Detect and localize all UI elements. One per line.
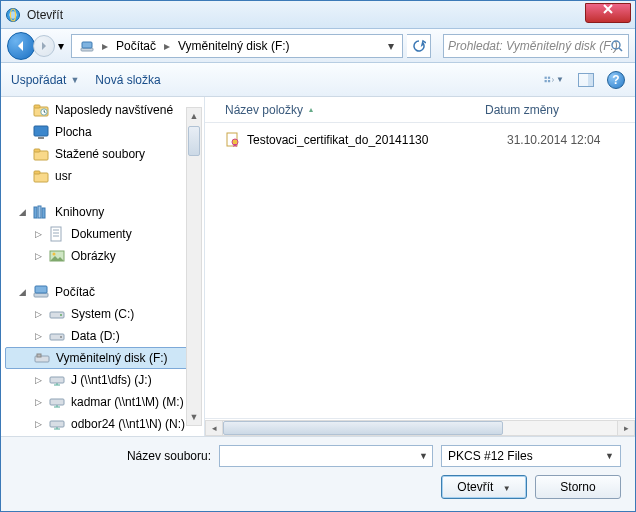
chevron-down-icon: ▼ — [556, 75, 564, 84]
file-row[interactable]: Testovaci_certifikat_do_20141130 31.10.2… — [225, 129, 635, 151]
window-title: Otevřít — [27, 8, 63, 22]
refresh-button[interactable] — [407, 34, 431, 58]
expander-icon[interactable]: ▷ — [33, 309, 43, 319]
sort-asc-icon: ▴ — [309, 105, 313, 114]
organize-button[interactable]: Uspořádat ▼ — [11, 73, 79, 87]
folder-icon — [33, 146, 49, 162]
expander-icon[interactable]: ▷ — [33, 251, 43, 261]
scroll-thumb[interactable] — [223, 421, 503, 435]
filename-input[interactable]: ▼ — [219, 445, 433, 467]
new-folder-button[interactable]: Nová složka — [95, 73, 160, 87]
tree-item-downloads[interactable]: Stažené soubory — [1, 143, 204, 165]
svg-rect-27 — [35, 286, 47, 293]
tree-item-drive-j[interactable]: ▷ J (\\nt1\dfs) (J:) — [1, 369, 204, 391]
svg-point-29 — [60, 314, 62, 316]
tree-item-recent[interactable]: Naposledy navštívené — [1, 99, 204, 121]
forward-button[interactable] — [33, 35, 55, 57]
open-dialog: Otevřít ▾ ▸ Počítač ▸ Vyměnitelný disk (… — [0, 0, 636, 512]
breadcrumb-dropdown[interactable]: ▾ — [382, 39, 400, 53]
open-button[interactable]: Otevřít ▼ — [441, 475, 527, 499]
back-button[interactable] — [7, 32, 35, 60]
close-button[interactable] — [585, 3, 631, 23]
tree-item-libraries[interactable]: ◢ Knihovny — [1, 201, 204, 223]
body: Naposledy navštívené Plocha Stažené soub… — [1, 97, 635, 436]
search-input[interactable]: Prohledat: Vyměnitelný disk (F:) — [443, 34, 629, 58]
svg-point-25 — [53, 253, 56, 256]
tree-item-drive-f[interactable]: Vyměnitelný disk (F:) — [5, 347, 200, 369]
expander-icon[interactable]: ▷ — [33, 229, 43, 239]
chevron-down-icon: ▼ — [605, 451, 614, 461]
breadcrumb[interactable]: ▸ Počítač ▸ Vyměnitelný disk (F:) ▾ — [71, 34, 403, 58]
tree-item-computer[interactable]: ◢ Počítač — [1, 281, 204, 303]
drive-icon — [49, 328, 65, 344]
tree-item-desktop[interactable]: Plocha — [1, 121, 204, 143]
tree-item-usr[interactable]: usr — [1, 165, 204, 187]
scroll-thumb[interactable] — [188, 126, 200, 156]
tree-item-documents[interactable]: ▷ Dokumenty — [1, 223, 204, 245]
svg-rect-12 — [34, 105, 40, 108]
expander-icon[interactable]: ▷ — [33, 331, 43, 341]
svg-rect-33 — [37, 354, 41, 357]
file-pane: Název položky ▴ Datum změny Testovaci_ce… — [205, 97, 635, 436]
drive-icon — [49, 306, 65, 322]
expander-icon[interactable]: ▷ — [33, 375, 43, 385]
split-button-arrow-icon[interactable]: ▼ — [503, 484, 511, 493]
filename-label: Název souboru: — [15, 449, 211, 463]
computer-icon — [33, 284, 49, 300]
column-headers: Název položky ▴ Datum změny — [205, 97, 635, 123]
scroll-left-icon[interactable]: ◂ — [205, 420, 223, 436]
cancel-button[interactable]: Storno — [535, 475, 621, 499]
nav-buttons: ▾ — [7, 32, 67, 60]
toolbar: Uspořádat ▼ Nová složka ▼ ? — [1, 63, 635, 97]
tree-item-drive-m[interactable]: ▷ kadmar (\\nt1\M) (M:) — [1, 391, 204, 413]
svg-rect-20 — [34, 207, 37, 218]
chevron-right-icon: ▸ — [100, 39, 110, 53]
removable-drive-icon — [34, 350, 50, 366]
chevron-down-icon: ▼ — [70, 75, 79, 85]
scroll-right-icon[interactable]: ▸ — [617, 420, 635, 436]
view-mode-button[interactable]: ▼ — [543, 69, 565, 91]
nav-tree: Naposledy navštívené Plocha Stažené soub… — [1, 97, 205, 436]
folder-icon — [33, 168, 49, 184]
scroll-track[interactable] — [223, 420, 617, 436]
desktop-icon — [33, 124, 49, 140]
svg-rect-6 — [548, 76, 550, 78]
svg-rect-36 — [50, 421, 64, 427]
breadcrumb-segment-drive[interactable]: Vyměnitelný disk (F:) — [172, 37, 296, 55]
expander-icon[interactable]: ◢ — [17, 207, 27, 217]
svg-rect-17 — [34, 149, 40, 152]
filetype-filter[interactable]: PKCS #12 Files ▼ — [441, 445, 621, 467]
svg-rect-14 — [34, 126, 48, 136]
file-date: 31.10.2014 12:04 — [507, 133, 600, 147]
tree-item-pictures[interactable]: ▷ Obrázky — [1, 245, 204, 267]
network-drive-icon — [49, 416, 65, 432]
breadcrumb-segment-computer[interactable]: Počítač — [110, 37, 162, 55]
expander-icon[interactable]: ▷ — [33, 397, 43, 407]
preview-pane-button[interactable] — [575, 69, 597, 91]
nav-history-dropdown[interactable]: ▾ — [55, 36, 67, 56]
expander-icon[interactable]: ◢ — [17, 287, 27, 297]
column-date[interactable]: Datum změny — [485, 103, 635, 117]
tree-item-drive-d[interactable]: ▷ Data (D:) — [1, 325, 204, 347]
tree-item-drive-n[interactable]: ▷ odbor24 (\\nt1\N) (N:) — [1, 413, 204, 435]
svg-point-4 — [612, 41, 620, 49]
file-hscrollbar[interactable]: ◂ ▸ — [205, 418, 635, 436]
chevron-right-icon: ▸ — [162, 39, 172, 53]
search-icon — [610, 39, 624, 53]
column-name[interactable]: Název položky ▴ — [225, 103, 485, 117]
tree-scrollbar[interactable]: ▲ ▼ — [186, 107, 202, 426]
pictures-icon — [49, 248, 65, 264]
tree-item-drive-c[interactable]: ▷ System (C:) — [1, 303, 204, 325]
chevron-down-icon[interactable]: ▼ — [419, 451, 428, 461]
breadcrumb-root-icon[interactable] — [74, 37, 100, 55]
file-name: Testovaci_certifikat_do_20141130 — [247, 133, 501, 147]
file-list[interactable]: Testovaci_certifikat_do_20141130 31.10.2… — [205, 123, 635, 418]
expander-icon[interactable]: ▷ — [33, 419, 43, 429]
scroll-down-icon[interactable]: ▼ — [187, 409, 201, 425]
scroll-up-icon[interactable]: ▲ — [187, 108, 201, 124]
svg-rect-23 — [51, 227, 61, 241]
documents-icon — [49, 226, 65, 242]
svg-point-31 — [60, 336, 62, 338]
help-button[interactable]: ? — [607, 71, 625, 89]
svg-rect-8 — [548, 80, 550, 82]
